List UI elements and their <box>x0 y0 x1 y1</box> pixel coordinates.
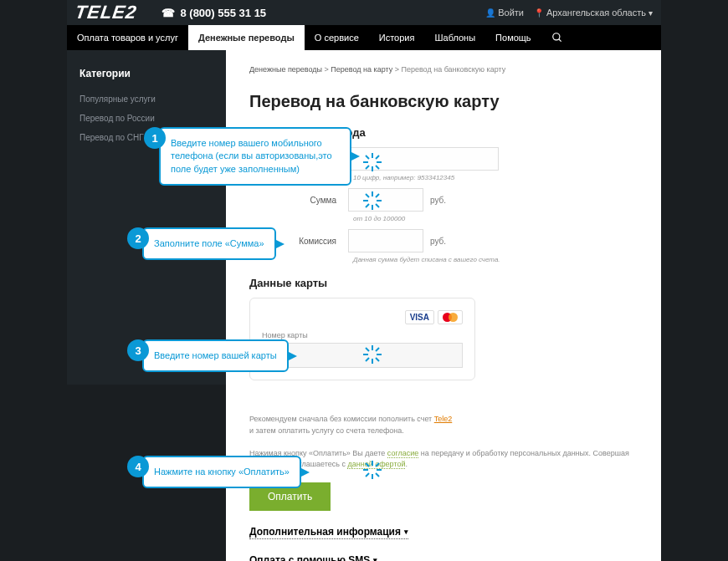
svg-line-6 <box>366 156 369 159</box>
amount-unit: руб. <box>430 196 446 205</box>
svg-line-15 <box>376 204 379 207</box>
step-2: 2 Заполните поле «Сумма» <box>127 227 276 260</box>
nav-goods[interactable]: Оплата товаров и услуг <box>67 25 188 50</box>
nav-search[interactable] <box>541 25 573 50</box>
main-nav: Оплата товаров и услуг Денежные переводы… <box>67 25 661 50</box>
svg-line-32 <box>376 463 379 467</box>
sms-pay-toggle[interactable]: Оплата с помощью SMS▾ <box>249 554 377 562</box>
step-4: 4 Нажмите на кнопку «Оплатить» <box>127 456 301 488</box>
step-2-target-icon <box>363 191 382 210</box>
svg-point-0 <box>552 33 559 40</box>
svg-line-31 <box>376 473 379 477</box>
step-3-target-icon <box>363 345 382 364</box>
note-block: Рекомендуем сначала без комиссии пополни… <box>249 414 638 471</box>
nav-about[interactable]: О сервисе <box>305 25 369 50</box>
user-icon: 👤 <box>485 8 495 18</box>
svg-line-16 <box>376 194 379 197</box>
commission-hint: Данная сумма будет списана с вашего счет… <box>353 256 638 263</box>
nav-history[interactable]: История <box>369 25 425 50</box>
svg-line-25 <box>366 358 369 361</box>
svg-line-33 <box>366 473 369 477</box>
crumb-1[interactable]: Денежные переводы <box>249 65 322 74</box>
commission-input <box>348 229 423 252</box>
crumb-3: Перевод на банковскую карту <box>401 65 505 74</box>
svg-line-8 <box>376 156 379 159</box>
svg-line-14 <box>366 194 369 197</box>
step-4-target-icon <box>363 461 382 479</box>
nav-transfers[interactable]: Денежные переводы <box>188 25 305 50</box>
logo: TELE2 <box>75 2 136 23</box>
step-4-text: Нажмите на кнопку «Оплатить» <box>142 456 301 488</box>
phone-number: 8 (800) 555 31 15 <box>180 7 266 19</box>
page-title: Перевод на банковскую карту <box>249 92 638 111</box>
step-1: 1 Введите номер вашего мобильного телефо… <box>144 127 351 186</box>
card-number-label: Номер карты <box>262 331 463 339</box>
svg-line-17 <box>366 204 369 207</box>
nav-templates[interactable]: Шаблоны <box>424 25 485 50</box>
step-1-target-icon <box>363 153 382 171</box>
top-bar: TELE2 ☎ 8 (800) 555 31 15 👤Войти 📍Арханг… <box>67 0 661 25</box>
chevron-down-icon: ▾ <box>649 8 653 18</box>
amount-label: Сумма <box>249 196 341 205</box>
sidebar-popular[interactable]: Популярные услуги <box>67 89 226 109</box>
svg-line-30 <box>366 463 369 467</box>
tele2-link[interactable]: Tele2 <box>434 415 453 423</box>
step-3-text: Введите номер вашей карты <box>142 339 289 372</box>
amount-hint: от 10 до 100000 <box>353 215 638 222</box>
step-1-text: Введите номер вашего мобильного телефона… <box>159 127 351 186</box>
svg-line-7 <box>376 166 379 169</box>
sidebar: Категории Популярные услуги Перевод по Р… <box>67 50 226 385</box>
extra-info-toggle[interactable]: Дополнительная информация▾ <box>249 526 408 539</box>
step-3-badge: 3 <box>127 339 149 361</box>
support-phone: ☎ 8 (800) 555 31 15 <box>161 7 485 19</box>
svg-line-24 <box>376 348 379 351</box>
section-card: Данные карты <box>249 277 638 289</box>
amount-input[interactable] <box>348 188 423 212</box>
region-selector[interactable]: 📍Архангельская область ▾ <box>534 8 653 18</box>
svg-line-1 <box>558 39 561 42</box>
step-3: 3 Введите номер вашей карты <box>127 339 289 372</box>
svg-line-9 <box>366 166 369 169</box>
sidebar-title: Категории <box>67 63 226 89</box>
svg-line-22 <box>366 348 369 351</box>
step-2-text: Заполните поле «Сумма» <box>142 227 276 260</box>
mastercard-logo <box>438 310 463 324</box>
commission-unit: руб. <box>430 237 446 246</box>
step-1-badge: 1 <box>144 127 166 149</box>
phone-icon: ☎ <box>161 7 175 19</box>
chevron-down-icon: ▾ <box>373 556 377 562</box>
pin-icon: 📍 <box>534 8 544 18</box>
nav-help[interactable]: Помощь <box>485 25 541 50</box>
login-link[interactable]: 👤Войти <box>485 8 524 18</box>
chevron-down-icon: ▾ <box>404 528 408 536</box>
crumb-2[interactable]: Перевод на карту <box>331 65 392 74</box>
step-2-badge: 2 <box>127 227 149 249</box>
search-icon <box>551 32 563 43</box>
phone-hint: 10 цифр, например: 9533412345 <box>353 174 638 181</box>
sidebar-russia[interactable]: Перевод по России <box>67 109 226 128</box>
visa-logo: VISA <box>405 310 434 324</box>
consent-link[interactable]: согласие <box>387 449 418 458</box>
svg-line-23 <box>376 358 379 361</box>
breadcrumb: Денежные переводы > Перевод на карту > П… <box>249 65 638 74</box>
step-4-badge: 4 <box>127 456 149 477</box>
